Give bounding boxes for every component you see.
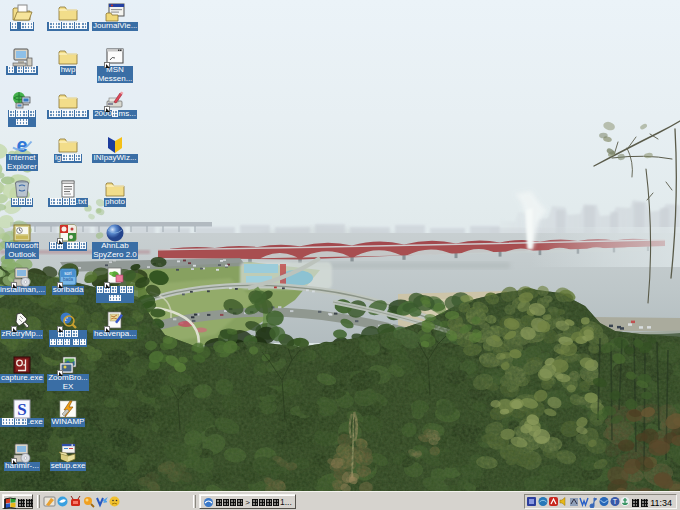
svg-text:e: e [16, 134, 27, 156]
svg-text:T: T [613, 498, 618, 505]
svg-text:bada: bada [63, 277, 74, 282]
svg-text:sori: sori [64, 271, 71, 276]
svg-text:S: S [17, 400, 26, 419]
